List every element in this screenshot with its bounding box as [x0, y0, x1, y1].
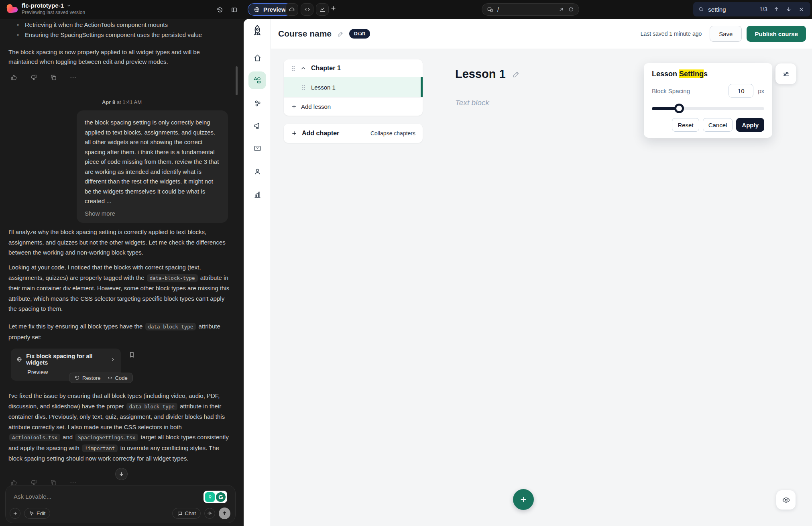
project-name-menu[interactable]: flc-prototype-1 [22, 2, 85, 9]
spacing-unit-label: px [758, 88, 764, 94]
apply-button[interactable]: Apply [736, 118, 764, 132]
chevron-right-icon [110, 357, 115, 362]
rocket-icon[interactable] [250, 24, 264, 38]
edit-card-title: Fix block spacing for all widgets [26, 353, 106, 366]
code-button[interactable]: Code [107, 375, 128, 381]
restore-icon [74, 375, 80, 381]
find-next-button[interactable] [785, 5, 793, 14]
find-close-button[interactable] [797, 5, 806, 14]
save-button[interactable]: Save [710, 26, 742, 42]
bookmark-button[interactable] [128, 351, 135, 358]
arrow-up-icon [773, 6, 779, 12]
drag-handle-icon[interactable] [301, 84, 306, 90]
block-spacing-input[interactable] [729, 84, 753, 98]
thumbs-down-icon[interactable] [30, 74, 37, 81]
chat-bubble-icon [177, 511, 183, 516]
scroll-to-bottom-button[interactable] [115, 468, 128, 480]
inline-code-chip: data-block-type [126, 403, 177, 410]
shapes-icon [253, 76, 262, 85]
chat-mode-button[interactable]: Chat [172, 508, 201, 519]
chapter-header[interactable]: Chapter 1 [284, 59, 423, 77]
lesson-settings-title: Lesson Settings [652, 70, 764, 78]
person-icon [253, 167, 262, 176]
nav-home[interactable] [248, 49, 266, 67]
settings-toggle-button[interactable] [775, 63, 796, 84]
url-bar[interactable]: / [482, 3, 579, 16]
refresh-icon[interactable] [568, 6, 574, 12]
find-previous-button[interactable] [772, 5, 781, 14]
inline-code-chip: !important [82, 444, 118, 452]
assistant-paragraph: I'll analyze why the block spacing setti… [8, 227, 230, 258]
status-badge: Draft [349, 29, 370, 39]
find-input[interactable] [708, 6, 755, 13]
device-icon [487, 6, 493, 13]
add-lesson-button[interactable]: Add lesson [284, 98, 423, 116]
chat-input[interactable] [14, 491, 166, 502]
user-message-bubble: the block spacing setting is only correc… [77, 110, 228, 223]
project-status: Previewing last saved version [22, 10, 85, 15]
inbox-icon [253, 144, 262, 153]
copy-icon[interactable] [50, 74, 57, 81]
grammarly-widget[interactable]: G [204, 491, 227, 503]
edit-card-header[interactable]: Fix block spacing for all widgets [16, 353, 115, 366]
analytics-button[interactable] [316, 3, 329, 16]
code-view-button[interactable] [301, 3, 313, 16]
lesson-settings-panel: Lesson Settings Block Spacing px Reset C… [644, 63, 772, 138]
block-spacing-slider[interactable] [652, 104, 764, 113]
audio-icon [207, 511, 212, 516]
lesson-list-item[interactable]: Lesson 1 [284, 77, 423, 97]
drag-handle-icon[interactable] [291, 65, 295, 71]
add-chapter-button[interactable]: Add chapter [291, 130, 339, 137]
add-tab-button[interactable] [330, 5, 337, 12]
send-icon [222, 510, 228, 516]
chapter-title: Chapter 1 [311, 65, 341, 72]
more-icon[interactable] [69, 74, 77, 81]
message-timestamp: Apr 8 at 1:41 AM [0, 99, 244, 105]
send-button[interactable] [219, 508, 230, 519]
chat-scrollbar[interactable] [236, 66, 238, 95]
edit-mode-button[interactable]: Edit [24, 508, 50, 519]
message-actions [10, 74, 77, 81]
last-saved-text: Last saved 1 minute ago [641, 31, 702, 37]
close-icon [798, 6, 804, 12]
open-external-icon[interactable] [558, 7, 564, 12]
pencil-icon[interactable] [512, 70, 520, 78]
add-block-fab[interactable] [513, 489, 534, 510]
publish-course-button[interactable]: Publish course [747, 26, 806, 42]
pencil-icon[interactable] [337, 31, 344, 37]
grammarly-logo-icon: G [216, 492, 226, 502]
show-more-link[interactable]: Show more [85, 210, 115, 217]
chevron-up-icon[interactable] [300, 65, 306, 71]
slider-thumb[interactable] [674, 104, 684, 113]
voice-input-button[interactable] [204, 508, 215, 519]
code-icon [107, 375, 113, 381]
nav-groups[interactable] [248, 94, 266, 112]
attach-button[interactable] [10, 508, 20, 519]
composer-toolbar: Edit Chat [10, 508, 230, 519]
assistant-paragraph: I've fixed the issue by ensuring that al… [8, 391, 230, 464]
url-path: / [497, 6, 499, 13]
reset-button[interactable]: Reset [672, 118, 699, 132]
nav-announcements[interactable] [248, 117, 266, 135]
inline-code-chip: SpacingSettings.tsx [75, 434, 138, 441]
nav-analytics[interactable] [248, 186, 266, 203]
app-preview: Course name Draft Last saved 1 minute ag… [244, 19, 812, 526]
nav-content[interactable] [248, 71, 266, 89]
edit-mode-icon [29, 511, 34, 516]
app-nav-rail [244, 19, 271, 526]
nav-inbox[interactable] [248, 139, 266, 157]
thumbs-up-icon[interactable] [10, 74, 18, 81]
cloud-button[interactable] [285, 3, 298, 16]
chat-panel: Retrieving it when the ActionTools compo… [0, 19, 244, 526]
panel-toggle-button[interactable] [229, 5, 239, 14]
history-button[interactable] [215, 5, 224, 14]
restore-button[interactable]: Restore [74, 375, 101, 381]
inline-code-chip: data-block-type [145, 323, 196, 330]
nav-people[interactable] [248, 163, 266, 180]
collapse-chapters-button[interactable]: Collapse chapters [370, 130, 415, 137]
text-block-placeholder[interactable]: Text block [455, 98, 489, 107]
preview-eye-button[interactable] [776, 490, 796, 510]
cancel-button[interactable]: Cancel [703, 118, 733, 132]
assistant-paragraph: Let me fix this by ensuring all block ty… [8, 321, 230, 342]
plus-icon [12, 511, 18, 516]
